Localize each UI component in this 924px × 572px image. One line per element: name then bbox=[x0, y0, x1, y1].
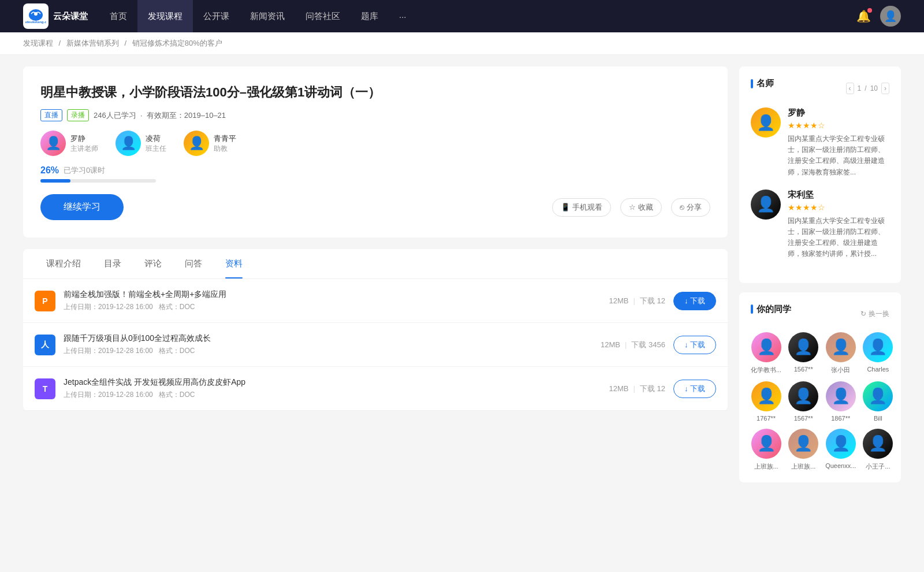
file-item-1: 人 跟随千万级项目从0到100全过程高效成长 上传日期：2019-12-28 1… bbox=[23, 323, 728, 367]
teacher-1: 👤 凌荷 班主任 bbox=[116, 131, 166, 156]
mobile-icon: 📱 bbox=[561, 203, 570, 211]
file-meta-0: 上传日期：2019-12-28 16:00 格式：DOC bbox=[64, 302, 601, 312]
teachers-panel-list: 👤 罗静 ★★★★☆ 国内某重点大学安全工程专业硕士，国家一级注册消防工程师、注… bbox=[751, 107, 889, 260]
nav-items: 首页发现课程公开课新闻资讯问答社区题库··· bbox=[99, 0, 856, 32]
student-avatar-6: 👤 bbox=[826, 381, 856, 411]
teacher-name-1: 凌荷 bbox=[146, 133, 166, 144]
teachers-panel: 名师 ‹ 1 / 10 › 👤 罗静 ★★★★☆ 国内某重点大学安全工程专业硕士… bbox=[739, 66, 901, 283]
panel-teacher-1: 👤 宋利坚 ★★★★☆ 国内某重点大学安全工程专业硕士，国家一级注册消防工程师、… bbox=[751, 190, 889, 260]
teachers-row: 👤 罗静 主讲老师 👤 凌荷 班主任 👤 青青平 助教 bbox=[40, 131, 710, 156]
logo-icon: yundouketang.com bbox=[23, 3, 49, 29]
file-size-1: 12MB bbox=[601, 340, 620, 349]
student-item-2[interactable]: 👤 张小田 bbox=[825, 332, 856, 374]
progress-section: 26% 已学习0课时 bbox=[40, 165, 710, 183]
progress-header: 26% 已学习0课时 bbox=[40, 165, 710, 176]
download-btn-1[interactable]: ↓ 下载 bbox=[673, 336, 716, 354]
continue-button[interactable]: 继续学习 bbox=[40, 194, 124, 220]
teacher-avatar-0: 👤 bbox=[40, 131, 66, 156]
file-info-2: Jetpack全组件实战 开发短视频应用高仿皮皮虾App 上传日期：2019-1… bbox=[64, 377, 601, 400]
file-downloads-2: 下载 12 bbox=[640, 384, 665, 394]
file-name-0: 前端全栈加强版！前端全栈+全周期+多端应用 bbox=[64, 289, 601, 300]
file-name-1: 跟随千万级项目从0到100全过程高效成长 bbox=[64, 333, 593, 344]
tab-目录[interactable]: 目录 bbox=[92, 249, 133, 278]
nav-item-发现课程[interactable]: 发现课程 bbox=[137, 0, 193, 32]
action-links: 📱 手机观看 ☆ 收藏 ⎋ 分享 bbox=[552, 198, 710, 217]
user-avatar[interactable]: 👤 bbox=[880, 6, 901, 27]
course-badges: 直播 录播 246人已学习 · 有效期至：2019–10–21 bbox=[40, 109, 710, 121]
nav-item-···[interactable]: ··· bbox=[389, 0, 417, 32]
tab-问答[interactable]: 问答 bbox=[173, 249, 214, 278]
nav-item-新闻资讯[interactable]: 新闻资讯 bbox=[240, 0, 295, 32]
file-icon-2: T bbox=[35, 378, 55, 399]
student-avatar-0: 👤 bbox=[751, 332, 781, 362]
progress-pct: 26% bbox=[40, 165, 59, 176]
nav-item-首页[interactable]: 首页 bbox=[99, 0, 137, 32]
panel-teacher-info-1: 宋利坚 ★★★★☆ 国内某重点大学安全工程专业硕士，国家一级注册消防工程师、注册… bbox=[788, 190, 889, 260]
collect-link[interactable]: ☆ 收藏 bbox=[620, 198, 662, 217]
course-card: 明星中教授课，小学阶段语法100分–强化级第1讲动词（一） 直播 录播 246人… bbox=[23, 66, 728, 237]
file-info-0: 前端全栈加强版！前端全栈+全周期+多端应用 上传日期：2019-12-28 16… bbox=[64, 289, 601, 312]
nav-item-公开课[interactable]: 公开课 bbox=[193, 0, 240, 32]
logo[interactable]: yundouketang.com 云朵课堂 bbox=[23, 3, 88, 29]
teacher-info-0: 罗静 主讲老师 bbox=[70, 133, 98, 154]
tab-课程介绍[interactable]: 课程介绍 bbox=[35, 249, 92, 278]
file-icon-1: 人 bbox=[35, 335, 55, 355]
share-link[interactable]: ⎋ 分享 bbox=[671, 198, 710, 217]
student-item-9[interactable]: 👤 上班族... bbox=[788, 429, 818, 471]
nav-item-题库[interactable]: 题库 bbox=[351, 0, 389, 32]
bell-dot bbox=[867, 8, 872, 13]
student-avatar-11: 👤 bbox=[863, 429, 893, 459]
panel-teacher-avatar-1: 👤 bbox=[751, 190, 781, 220]
student-item-0[interactable]: 👤 化学教书... bbox=[751, 332, 781, 374]
file-size-0: 12MB bbox=[609, 296, 628, 305]
download-btn-0[interactable]: ↓ 下载 bbox=[673, 292, 716, 310]
file-stats-0: 12MB | 下载 12 bbox=[609, 296, 665, 306]
student-name-4: 1767** bbox=[757, 415, 776, 422]
next-teacher-btn[interactable]: › bbox=[881, 83, 889, 94]
file-info-1: 跟随千万级项目从0到100全过程高效成长 上传日期：2019-12-28 16:… bbox=[64, 333, 593, 356]
bell-icon[interactable]: 🔔 bbox=[856, 9, 871, 23]
course-meta: 246人已学习 · 有效期至：2019–10–21 bbox=[94, 110, 226, 121]
student-avatar-4: 👤 bbox=[751, 381, 781, 411]
teacher-2: 👤 青青平 助教 bbox=[184, 131, 236, 156]
file-stats-1: 12MB | 下载 3456 bbox=[601, 340, 665, 350]
student-item-1[interactable]: 👤 1567** bbox=[788, 332, 818, 374]
badge-live: 直播 bbox=[40, 109, 62, 121]
refresh-students-btn[interactable]: ↻ 换一换 bbox=[860, 309, 889, 319]
student-item-3[interactable]: 👤 Charles bbox=[863, 332, 893, 374]
student-name-11: 小王子... bbox=[866, 462, 890, 471]
left-panel: 明星中教授课，小学阶段语法100分–强化级第1讲动词（一） 直播 录播 246人… bbox=[23, 66, 728, 492]
breadcrumb-item-1[interactable]: 新媒体营销系列 bbox=[66, 39, 119, 47]
tab-资料[interactable]: 资料 bbox=[214, 249, 254, 278]
student-name-9: 上班族... bbox=[791, 462, 815, 471]
teacher-0: 👤 罗静 主讲老师 bbox=[40, 131, 98, 156]
panel-nav: ‹ 1 / 10 › bbox=[846, 83, 889, 94]
file-icon-0: P bbox=[35, 291, 55, 311]
teacher-avatar-2: 👤 bbox=[184, 131, 209, 156]
download-btn-2[interactable]: ↓ 下载 bbox=[673, 380, 716, 398]
tabs-section: 课程介绍目录评论问答资料 P 前端全栈加强版！前端全栈+全周期+多端应用 上传日… bbox=[23, 249, 728, 411]
student-item-7[interactable]: 👤 Bill bbox=[863, 381, 893, 422]
panel-teacher-stars-0: ★★★★☆ bbox=[788, 121, 889, 130]
nav-item-问答社区[interactable]: 问答社区 bbox=[295, 0, 351, 32]
file-downloads-1: 下载 3456 bbox=[631, 340, 665, 350]
teacher-role-2: 助教 bbox=[214, 144, 236, 154]
file-item-2: T Jetpack全组件实战 开发短视频应用高仿皮皮虾App 上传日期：2019… bbox=[23, 367, 728, 411]
student-item-5[interactable]: 👤 1567** bbox=[788, 381, 818, 422]
student-name-5: 1567** bbox=[794, 415, 813, 422]
students-grid: 👤 化学教书... 👤 1567** 👤 张小田 👤 Charles 👤 176… bbox=[751, 332, 889, 471]
share-icon: ⎋ bbox=[680, 203, 684, 211]
breadcrumb-item-2[interactable]: 销冠修炼术搞定80%的客户 bbox=[132, 39, 222, 47]
teachers-panel-header: 名师 ‹ 1 / 10 › bbox=[751, 78, 889, 98]
student-item-8[interactable]: 👤 上班族... bbox=[751, 429, 781, 471]
panel-teacher-0: 👤 罗静 ★★★★☆ 国内某重点大学安全工程专业硕士，国家一级注册消防工程师、注… bbox=[751, 107, 889, 178]
student-item-11[interactable]: 👤 小王子... bbox=[863, 429, 893, 471]
student-item-4[interactable]: 👤 1767** bbox=[751, 381, 781, 422]
mobile-watch-link[interactable]: 📱 手机观看 bbox=[552, 198, 611, 217]
prev-teacher-btn[interactable]: ‹ bbox=[846, 83, 854, 94]
student-item-10[interactable]: 👤 Queenxx... bbox=[825, 429, 856, 471]
tab-评论[interactable]: 评论 bbox=[133, 249, 173, 278]
breadcrumb-item-0[interactable]: 发现课程 bbox=[23, 39, 53, 47]
student-item-6[interactable]: 👤 1867** bbox=[825, 381, 856, 422]
star-icon: ☆ bbox=[629, 203, 636, 211]
